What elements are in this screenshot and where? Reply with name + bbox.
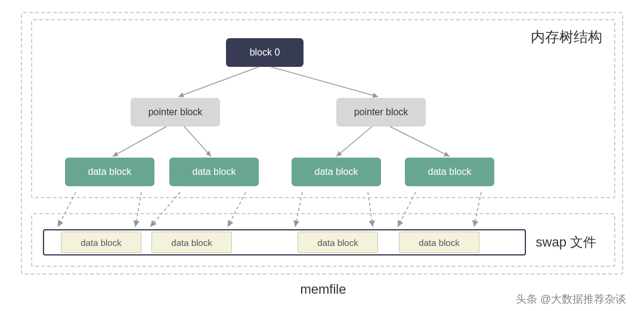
- swap-block-1: data block: [61, 232, 141, 253]
- svg-line-5: [390, 127, 450, 156]
- svg-line-0: [178, 67, 259, 97]
- memory-tree-title: 内存树结构: [531, 27, 602, 47]
- svg-line-2: [113, 127, 166, 156]
- swap-file-container: swap 文件 data block data block data block…: [31, 213, 615, 267]
- swap-block-3: data block: [298, 232, 378, 253]
- svg-line-4: [336, 127, 372, 156]
- watermark-text: 头条 @大数据推荐杂谈: [516, 292, 626, 306]
- data-block-tree-3: data block: [292, 158, 381, 186]
- block-0-node: block 0: [226, 38, 304, 67]
- data-block-tree-1: data block: [65, 158, 154, 186]
- pointer-block-2: pointer block: [336, 98, 426, 127]
- swap-file-title: swap 文件: [536, 233, 596, 251]
- data-block-tree-2: data block: [169, 158, 259, 186]
- swap-block-4: data block: [399, 232, 479, 253]
- svg-line-1: [271, 67, 378, 97]
- swap-bar: data block data block data block data bl…: [43, 229, 526, 255]
- memory-tree-container: 内存树结构 block 0 pointer block pointer bloc…: [31, 19, 615, 198]
- data-block-tree-4: data block: [405, 158, 494, 186]
- svg-line-3: [184, 127, 211, 156]
- pointer-block-1: pointer block: [131, 98, 220, 127]
- swap-block-2: data block: [151, 232, 232, 253]
- memfile-container: 内存树结构 block 0 pointer block pointer bloc…: [21, 12, 623, 275]
